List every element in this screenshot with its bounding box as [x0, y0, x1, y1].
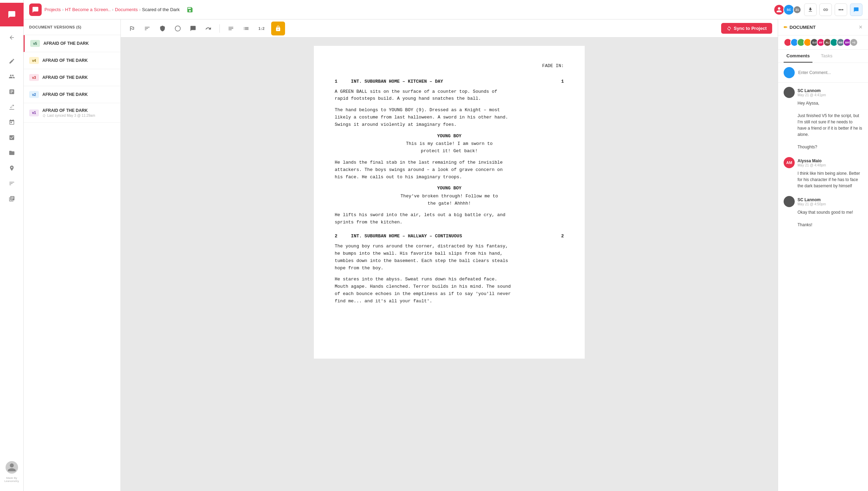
version-badge-v2: v2 — [29, 91, 39, 98]
more-button[interactable]: ••• — [835, 3, 847, 16]
scene2-action2: He stares into the abyss. Sweat runs dow… — [335, 276, 564, 305]
sidebar-board-icon[interactable] — [5, 85, 19, 99]
right-panel: ✏ DOCUMENT × DJ AY AL BB BR +3 Comments — [778, 19, 868, 491]
toolbar-redo-icon[interactable] — [203, 23, 214, 34]
breadcrumb-projects[interactable]: Projects — [44, 7, 61, 12]
comment-user-1: SC Lannom — [798, 88, 826, 93]
svg-point-0 — [175, 26, 181, 31]
comment-avatar-2: AM — [784, 157, 795, 168]
comment-user-2: Alyssa Maio — [798, 158, 826, 163]
toolbar-list-icon[interactable] — [241, 23, 252, 34]
breadcrumb-documents[interactable]: Documents — [115, 7, 138, 12]
comment-time-2: May 21 @ 4:48pm — [798, 163, 826, 167]
link-button[interactable] — [819, 3, 832, 16]
sidebar-tasks-icon[interactable] — [5, 131, 19, 145]
collab-count: 21 — [793, 6, 801, 14]
breadcrumb-project[interactable]: HT Become a Screen.. — [65, 7, 110, 12]
made-by-label: Made ByLeanometry — [4, 476, 19, 483]
close-panel-button[interactable]: × — [859, 24, 862, 31]
comment-time-3: May 21 @ 4:50pm — [798, 202, 826, 206]
right-panel-header: ✏ DOCUMENT × — [778, 19, 868, 35]
sidebar-edit-icon[interactable] — [5, 54, 19, 68]
sync-button[interactable]: Sync to Project — [721, 23, 772, 34]
save-icon[interactable] — [185, 5, 195, 15]
version-item-v2[interactable]: v2 AFRAID OF THE DARK — [24, 86, 120, 103]
sidebar-schedule-icon[interactable] — [5, 115, 19, 129]
char1-name: YOUNG BOY — [335, 133, 564, 140]
chat-button[interactable] — [850, 3, 862, 16]
version-item-v4[interactable]: v4 AFRAID OF THE DARK — [24, 52, 120, 69]
comments-list: SC Lannom May 21 @ 4:41pm Hey Alyssa,Jus… — [778, 83, 868, 491]
breadcrumb-current-doc: Scared of the Dark — [142, 7, 180, 12]
toolbar-dialogue-icon[interactable] — [172, 23, 183, 34]
toolbar-scene-icon[interactable] — [126, 23, 137, 34]
tab-comments[interactable]: Comments — [784, 50, 812, 63]
scene1-action2: The hand belongs to YOUNG BOY (9). Dress… — [335, 107, 564, 128]
scene1-action4: He lifts his sword into the air, lets ou… — [335, 212, 564, 226]
version-badge-v4: v4 — [29, 57, 39, 64]
comment-avatar-1 — [784, 87, 795, 98]
toolbar-numbering-icon[interactable]: 1↕2 — [256, 23, 267, 34]
user-avatar[interactable] — [6, 461, 18, 474]
panel-tabs: Comments Tasks — [778, 50, 868, 63]
toolbar-comment-icon[interactable] — [187, 23, 199, 34]
sidebar-people-icon[interactable] — [5, 69, 19, 83]
version-title-v3: AFRAID OF THE DARK — [42, 75, 115, 80]
comment-time-1: May 21 @ 4:41pm — [798, 93, 826, 97]
breadcrumb: Projects › HT Become a Screen.. › Docume… — [44, 7, 180, 12]
scene-1-heading: 1 INT. SUBURBAN HOME – KITCHEN – DAY 1 — [335, 78, 564, 85]
comment-body-2: I think like him being alone. Better for… — [784, 170, 862, 189]
sidebar-files-icon[interactable] — [5, 146, 19, 160]
versions-panel: DOCUMENT VERSIONS (5) v5 AFRAID OF THE D… — [24, 19, 121, 491]
scene2-action1: The young boy runs around the corner, di… — [335, 243, 564, 272]
comment-input[interactable] — [798, 70, 862, 75]
right-panel-title: ✏ DOCUMENT — [784, 25, 816, 30]
comment-body-1: Hey Alyssa,Just finished V5 for the scri… — [784, 100, 862, 150]
version-title-v4: AFRAID OF THE DARK — [42, 58, 115, 63]
document-area[interactable]: FADE IN: 1 INT. SUBURBAN HOME – KITCHEN … — [121, 38, 778, 491]
comment-item-2: AM Alyssa Maio May 21 @ 4:48pm I think l… — [784, 157, 862, 189]
version-badge-v1: v1 — [29, 109, 39, 116]
toolbar-character-icon[interactable] — [157, 23, 168, 34]
header-right: SC 21 ••• — [774, 3, 862, 16]
version-title-v1: AFRAID OF THE DARK — [42, 108, 115, 113]
comment-user-3: SC Lannom — [798, 197, 826, 202]
sidebar-settings-icon[interactable] — [5, 177, 19, 190]
app-header: Projects › HT Become a Screen.. › Docume… — [24, 0, 868, 19]
current-user-avatar — [784, 67, 795, 78]
versions-header: DOCUMENT VERSIONS (5) — [24, 19, 120, 35]
toolbar-action-icon[interactable] — [142, 23, 153, 34]
version-item-v3[interactable]: v3 AFRAID OF THE DARK — [24, 69, 120, 86]
char2-name: YOUNG BOY — [335, 185, 564, 192]
dial2: They've broken through! Follow me tothe … — [335, 193, 564, 207]
comment-input-area — [778, 63, 868, 83]
sidebar-analytics-icon[interactable] — [5, 192, 19, 206]
editor-toolbar: 1↕2 Sync to Project — [121, 19, 778, 38]
app-sidebar: Made ByLeanometry — [0, 0, 24, 491]
scene-2-heading: 2 INT. SUBURBAN HOME – HALLWAY – CONTINU… — [335, 233, 564, 240]
sidebar-notes-icon[interactable] — [5, 100, 19, 114]
toolbar-align-icon[interactable] — [225, 23, 236, 34]
version-item-v5[interactable]: v5 AFRAID OF THE DARK — [24, 35, 120, 52]
sidebar-back-icon[interactable] — [5, 31, 19, 44]
version-title-v5: AFRAID OF THE DARK — [43, 41, 115, 46]
comment-avatar-3 — [784, 196, 795, 207]
version-item-v1[interactable]: v1 AFRAID OF THE DARK Last synced May 3 … — [24, 103, 120, 123]
scene1-action1: A GREEN BALL sits on the surface of a co… — [335, 88, 564, 103]
fade-in: FADE IN: — [335, 63, 564, 70]
scene1-action3: He lands the final stab in the last rema… — [335, 159, 564, 181]
version-badge-v3: v3 — [29, 74, 39, 81]
collab-avatars: DJ AY AL BB BR +3 — [778, 35, 868, 50]
lock-button[interactable] — [271, 22, 285, 35]
header-brand-icon — [29, 3, 42, 16]
app-logo[interactable] — [0, 3, 24, 26]
sidebar-location-icon[interactable] — [5, 161, 19, 175]
toolbar-divider — [219, 24, 220, 33]
version-badge-v5: v5 — [30, 40, 40, 47]
comment-item-3: SC Lannom May 21 @ 4:50pm Okay that soun… — [784, 196, 862, 228]
version-sync-v1: Last synced May 3 @ 11:29am — [42, 114, 115, 117]
tab-tasks[interactable]: Tasks — [818, 50, 835, 63]
script-page: FADE IN: 1 INT. SUBURBAN HOME – KITCHEN … — [314, 46, 585, 359]
export-button[interactable] — [804, 3, 817, 16]
version-title-v2: AFRAID OF THE DARK — [42, 92, 115, 97]
